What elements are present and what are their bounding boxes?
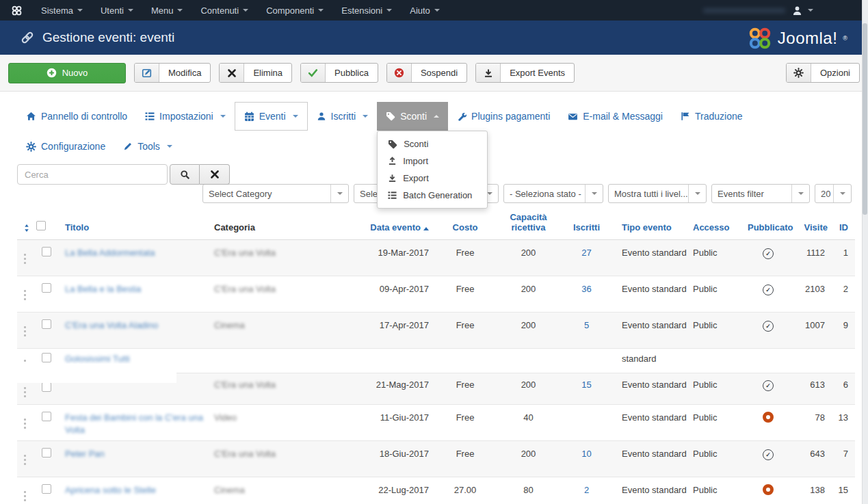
new-button[interactable]: Nuovo — [8, 63, 126, 83]
status-filter-select[interactable]: - Seleziona stato - — [503, 184, 603, 203]
event-title-link[interactable]: Peter Pan — [65, 449, 105, 459]
published-state-icon[interactable] — [763, 248, 774, 259]
column-header-pubblicato[interactable]: Pubblicato — [748, 211, 789, 239]
event-category: C'Era una Volta — [214, 380, 276, 390]
drag-handle[interactable] — [17, 416, 26, 429]
event-id: 9 — [828, 312, 855, 348]
topnav-item-estensioni[interactable]: Estensioni — [332, 0, 401, 21]
published-state-icon[interactable] — [763, 380, 774, 391]
row-checkbox[interactable] — [42, 448, 51, 457]
x-icon — [227, 68, 237, 78]
event-access: Public — [687, 373, 748, 404]
row-checkbox[interactable] — [42, 247, 51, 256]
drag-handle[interactable] — [17, 288, 26, 300]
subscribers-link[interactable]: 2 — [584, 485, 589, 495]
category-filter-select[interactable]: Select Category — [202, 184, 349, 203]
row-checkbox[interactable] — [42, 319, 51, 329]
event-title-link[interactable]: La Bella e la Bestia — [65, 284, 141, 294]
menu-item-configurazione[interactable]: Configurazione — [17, 132, 114, 161]
menu-item-email-messaggi[interactable]: E-mail & Messaggi — [559, 102, 672, 131]
topnav-item-utenti[interactable]: Utenti — [92, 0, 142, 21]
drag-handle[interactable] — [17, 453, 26, 465]
x-icon — [210, 170, 220, 179]
menu-item-eventi[interactable]: Eventi — [235, 102, 308, 131]
column-header-data-evento[interactable]: Data evento — [366, 211, 434, 239]
published-state-icon[interactable] — [763, 321, 774, 332]
drag-handle[interactable] — [17, 252, 26, 264]
topnav-item-menu[interactable]: Menu — [142, 0, 192, 21]
column-header-visite[interactable]: Visite — [789, 211, 828, 239]
user-menu[interactable] — [792, 5, 813, 16]
column-header-capacita[interactable]: Capacità ricettiva — [496, 211, 561, 239]
row-checkbox[interactable] — [42, 412, 51, 421]
row-checkbox[interactable] — [42, 382, 51, 392]
sort-order-header[interactable] — [17, 211, 36, 239]
column-header-id[interactable]: ID — [828, 211, 855, 239]
subscribers-link[interactable]: 36 — [581, 284, 591, 294]
scrollbar-thumb[interactable] — [863, 23, 867, 215]
access-level-filter-select[interactable]: Mostra tutti i livel... — [608, 184, 707, 203]
export-events-button[interactable]: Export Events — [475, 63, 575, 83]
published-state-icon[interactable] — [763, 484, 774, 495]
event-title-link[interactable]: Festa dei Bambini con la C'era una Volta — [65, 412, 203, 435]
drag-handle[interactable] — [17, 324, 26, 336]
drag-handle[interactable] — [17, 385, 26, 397]
subscribers-link[interactable]: 27 — [581, 248, 591, 258]
dropdown-item-import[interactable]: Import — [378, 152, 487, 170]
event-capacity: 80 — [496, 477, 561, 504]
dropdown-item-batch-generation[interactable]: Batch Generation — [378, 187, 487, 204]
event-id: 6 — [828, 373, 855, 404]
menu-item-iscritti[interactable]: Iscritti — [308, 102, 378, 131]
event-category: C'Era una Volta — [214, 248, 276, 258]
row-checkbox[interactable] — [42, 283, 51, 293]
event-title-link[interactable]: Golosissimi Tutti — [65, 354, 130, 364]
column-header-tipo-evento[interactable]: Tipo evento — [612, 211, 687, 239]
select-all-checkbox[interactable] — [36, 221, 46, 230]
upload-icon — [388, 157, 397, 165]
menu-item-tools[interactable]: Tools — [114, 132, 181, 161]
scrollbar[interactable] — [862, 0, 868, 504]
menu-item-sconti[interactable]: Sconti Sconti Import Export — [377, 102, 448, 131]
search-submit-button[interactable] — [170, 164, 200, 185]
joomla-brand-icon[interactable] — [0, 5, 32, 16]
suspend-button[interactable]: Sospendi — [386, 63, 467, 83]
options-button[interactable]: Opzioni — [786, 63, 860, 83]
menu-item-impostazioni[interactable]: Impostazioni — [136, 102, 235, 131]
event-title-link[interactable]: C'Era una Volta Aladino — [65, 320, 158, 330]
published-state-icon[interactable] — [763, 412, 774, 423]
subscribers-link[interactable]: 5 — [584, 320, 589, 330]
search-input[interactable] — [17, 164, 168, 185]
subscribers-link[interactable]: 10 — [581, 449, 591, 459]
row-checkbox[interactable] — [42, 484, 51, 494]
list-limit-select[interactable]: 20 — [815, 184, 852, 203]
events-filter-select[interactable]: Events filter — [711, 184, 810, 203]
event-cost: Free — [434, 239, 496, 276]
row-checkbox[interactable] — [42, 353, 51, 362]
menu-item-plugins-pagamenti[interactable]: Plugins pagamenti — [448, 102, 559, 131]
search-clear-button[interactable] — [200, 164, 230, 185]
column-header-accesso[interactable]: Accesso — [687, 211, 748, 239]
topnav-item-componenti[interactable]: Componenti — [257, 0, 332, 21]
topnav-item-aiuto[interactable]: Aiuto — [401, 0, 449, 21]
menu-item-traduzione[interactable]: Traduzione — [672, 102, 752, 131]
dropdown-item-sconti[interactable]: Sconti — [378, 135, 487, 152]
subscribers-link[interactable]: 15 — [581, 380, 591, 390]
topnav-item-sistema[interactable]: Sistema — [32, 0, 92, 21]
column-header-iscritti[interactable]: Iscritti — [561, 211, 612, 239]
publish-button[interactable]: Pubblica — [300, 63, 378, 83]
search-bar — [17, 164, 230, 185]
published-state-icon[interactable] — [763, 284, 774, 295]
column-header-titolo[interactable]: Titolo — [60, 211, 209, 239]
dropdown-item-export[interactable]: Export — [378, 170, 487, 187]
published-state-icon[interactable] — [763, 449, 774, 460]
menu-item-pannello-di-controllo[interactable]: Pannello di controllo — [17, 102, 136, 131]
event-date: 11-Giu-2017 — [366, 404, 434, 440]
delete-button[interactable]: Elimina — [219, 63, 292, 83]
edit-button[interactable]: Modifica — [134, 63, 211, 83]
column-header-costo[interactable]: Costo — [434, 211, 496, 239]
event-title-link[interactable]: La Bella Addormentata — [65, 248, 155, 258]
event-title-link[interactable]: Apricena sotto le Stelle — [65, 485, 156, 495]
topnav-item-contenuti[interactable]: Contenuti — [192, 0, 257, 21]
drag-handle[interactable] — [17, 489, 26, 501]
gear-icon — [26, 142, 36, 152]
